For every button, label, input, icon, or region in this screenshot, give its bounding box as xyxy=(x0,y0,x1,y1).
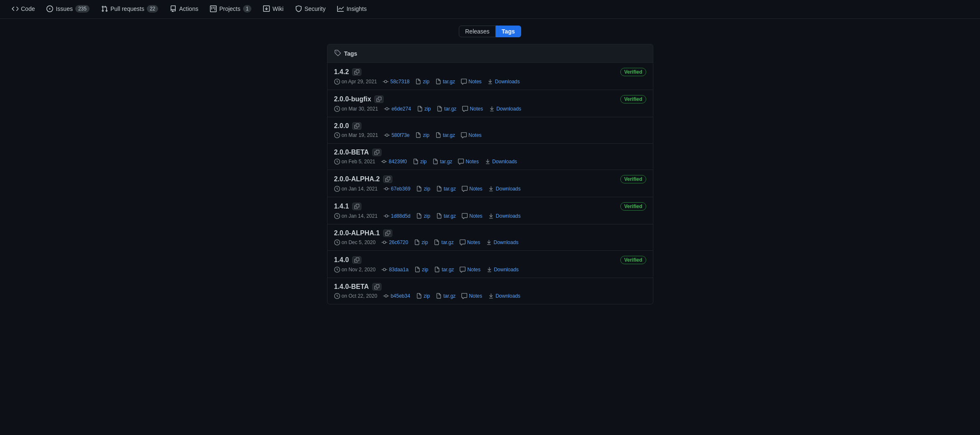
tag-name-area: 2.0.0-bugfix xyxy=(334,95,384,103)
tag-zip[interactable]: zip xyxy=(414,239,428,245)
tags-toggle-button[interactable]: Tags xyxy=(496,26,521,37)
verified-badge: Verified xyxy=(620,68,646,76)
tag-name-area: 1.4.0 xyxy=(334,256,362,264)
nav-wiki[interactable]: Wiki xyxy=(258,0,288,19)
tag-commit[interactable]: 26c6720 xyxy=(381,239,408,245)
nav-projects[interactable]: Projects 1 xyxy=(205,0,256,19)
tag-downloads[interactable]: Downloads xyxy=(489,106,521,112)
tag-targz[interactable]: tar.gz xyxy=(437,106,456,112)
tag-copy-button[interactable] xyxy=(352,122,361,130)
tag-row: 2.0.0-ALPHA.1 on Dec 5, 2020 26c6720 zip… xyxy=(328,224,653,251)
tag-notes[interactable]: Notes xyxy=(462,213,482,219)
tag-commit[interactable]: e6de274 xyxy=(384,106,411,112)
tag-zip[interactable]: zip xyxy=(416,213,430,219)
tag-targz[interactable]: tar.gz xyxy=(434,267,454,273)
verified-badge: Verified xyxy=(620,202,646,211)
nav-security[interactable]: Security xyxy=(290,0,331,19)
tag-name-area: 1.4.1 xyxy=(334,203,362,210)
nav-code[interactable]: Code xyxy=(7,0,40,19)
tag-copy-button[interactable] xyxy=(352,256,361,264)
tag-targz[interactable]: tar.gz xyxy=(434,239,453,245)
nav-projects-label: Projects xyxy=(219,5,241,12)
tag-commit[interactable]: 1d88d5d xyxy=(384,213,411,219)
tag-downloads[interactable]: Downloads xyxy=(488,186,520,192)
tag-copy-button[interactable] xyxy=(374,95,384,103)
tag-notes[interactable]: Notes xyxy=(462,186,482,192)
tag-zip[interactable]: zip xyxy=(413,159,427,165)
tag-downloads[interactable]: Downloads xyxy=(485,159,517,165)
tag-downloads[interactable]: Downloads xyxy=(488,213,520,219)
nav-issues[interactable]: Issues 235 xyxy=(41,0,95,19)
tag-targz[interactable]: tar.gz xyxy=(435,132,455,138)
tag-commit[interactable]: 83daa1a xyxy=(381,267,409,273)
insights-icon xyxy=(337,5,344,12)
nav-pull-requests[interactable]: Pull requests 22 xyxy=(96,0,163,19)
tag-zip[interactable]: zip xyxy=(415,267,428,273)
tag-copy-button[interactable] xyxy=(383,229,392,237)
nav-actions-label: Actions xyxy=(179,5,198,12)
tag-name-label: 1.4.1 xyxy=(334,203,349,210)
tag-zip[interactable]: zip xyxy=(416,293,430,299)
tag-date: on Oct 22, 2020 xyxy=(334,293,377,299)
tag-name-area: 2.0.0-ALPHA.2 xyxy=(334,175,392,183)
tag-copy-button[interactable] xyxy=(352,68,361,76)
tag-notes[interactable]: Notes xyxy=(461,293,482,299)
tag-downloads[interactable]: Downloads xyxy=(486,239,518,245)
nav-insights[interactable]: Insights xyxy=(332,0,371,19)
tag-notes[interactable]: Notes xyxy=(462,106,483,112)
tag-targz[interactable]: tar.gz xyxy=(436,213,456,219)
tag-row: 1.4.0-BETA on Oct 22, 2020 b45eb34 zip t… xyxy=(328,278,653,304)
tag-zip[interactable]: zip xyxy=(415,79,429,85)
tag-commit[interactable]: b45eb34 xyxy=(383,293,410,299)
tag-zip[interactable]: zip xyxy=(416,186,430,192)
tag-notes[interactable]: Notes xyxy=(461,79,481,85)
tag-downloads[interactable]: Downloads xyxy=(486,267,519,273)
tag-notes[interactable]: Notes xyxy=(460,267,480,273)
nav-wiki-label: Wiki xyxy=(272,5,283,12)
tag-top: 2.0.0 xyxy=(334,122,646,130)
tag-name-area: 1.4.0-BETA xyxy=(334,283,381,291)
verified-badge: Verified xyxy=(620,256,646,264)
tag-copy-button[interactable] xyxy=(352,203,361,210)
tag-downloads[interactable]: Downloads xyxy=(488,293,520,299)
tag-zip[interactable]: zip xyxy=(417,106,431,112)
tag-targz[interactable]: tar.gz xyxy=(432,159,452,165)
tag-commit[interactable]: 580f73e xyxy=(384,132,409,138)
tag-date: on Jan 14, 2021 xyxy=(334,186,378,192)
tag-name-label: 1.4.0 xyxy=(334,256,349,264)
tag-date: on Mar 30, 2021 xyxy=(334,106,378,112)
issues-badge: 235 xyxy=(75,5,90,13)
tag-top: 2.0.0-bugfix Verified xyxy=(334,95,646,103)
tag-meta: on Feb 5, 2021 84239f0 zip tar.gz Notes … xyxy=(334,159,646,165)
pull-requests-badge: 22 xyxy=(147,5,158,13)
tag-copy-button[interactable] xyxy=(383,175,392,183)
tag-targz[interactable]: tar.gz xyxy=(436,186,456,192)
tag-downloads[interactable]: Downloads xyxy=(487,79,519,85)
tag-top: 1.4.2 Verified xyxy=(334,68,646,76)
tag-targz[interactable]: tar.gz xyxy=(435,79,455,85)
tag-zip[interactable]: zip xyxy=(415,132,429,138)
tag-commit[interactable]: 84239f0 xyxy=(381,159,407,165)
tag-header-icon xyxy=(334,49,341,57)
verified-badge: Verified xyxy=(620,175,646,183)
tag-copy-button[interactable] xyxy=(372,149,381,156)
tag-name-area: 2.0.0-BETA xyxy=(334,149,381,156)
releases-toggle-button[interactable]: Releases xyxy=(459,26,496,37)
verified-badge: Verified xyxy=(620,95,646,103)
tag-date: on Apr 29, 2021 xyxy=(334,79,377,85)
tag-meta: on Mar 19, 2021 580f73e zip tar.gz Notes xyxy=(334,132,646,138)
tags-header-label: Tags xyxy=(344,50,358,57)
top-nav: Code Issues 235 Pull requests 22 Actions… xyxy=(0,0,980,19)
tag-notes[interactable]: Notes xyxy=(458,159,478,165)
tag-commit[interactable]: 67eb369 xyxy=(384,186,411,192)
security-icon xyxy=(295,5,302,12)
tag-name-area: 1.4.2 xyxy=(334,68,362,76)
nav-actions[interactable]: Actions xyxy=(165,0,203,19)
projects-badge: 1 xyxy=(243,5,252,13)
tag-commit[interactable]: 58c7318 xyxy=(383,79,409,85)
tag-copy-button[interactable] xyxy=(372,283,381,291)
tag-notes[interactable]: Notes xyxy=(461,132,481,138)
tag-row: 1.4.2 Verified on Apr 29, 2021 58c7318 z… xyxy=(328,63,653,90)
tag-targz[interactable]: tar.gz xyxy=(436,293,455,299)
tag-notes[interactable]: Notes xyxy=(460,239,480,245)
